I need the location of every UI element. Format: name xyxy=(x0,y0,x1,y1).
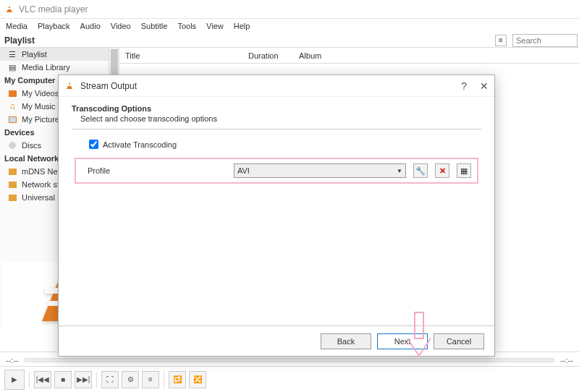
activate-transcoding-label: Activate Transcoding xyxy=(103,140,177,149)
sidebar-item-label: My Music xyxy=(22,102,55,111)
sidebar-item-label: Media Library xyxy=(22,63,70,72)
search-input[interactable] xyxy=(512,34,578,47)
playlist-heading: Playlist xyxy=(0,35,119,46)
menu-playback[interactable]: Playback xyxy=(38,22,70,30)
sidebar-item-label: My Pictures xyxy=(22,115,63,124)
loop-button[interactable]: 🔁 xyxy=(169,371,186,388)
sidebar-item-media-library[interactable]: ▤ Media Library xyxy=(0,61,119,74)
menu-view[interactable]: View xyxy=(206,22,224,30)
section-title: Transcoding Options xyxy=(72,104,481,113)
extended-settings-button[interactable]: ⚙ xyxy=(122,371,139,388)
play-button[interactable]: ▶ xyxy=(4,370,25,390)
help-icon[interactable]: ? xyxy=(461,80,467,92)
dialog-title: Stream Output xyxy=(80,81,137,91)
col-duration[interactable]: Duration xyxy=(242,51,293,60)
sidebar-item-label: My Videos xyxy=(22,89,59,98)
playback-controls: ▶ |◀◀ ■ ▶▶| ⛶ ⚙ ≡ 🔁 🔀 xyxy=(0,366,579,392)
fullscreen-button[interactable]: ⛶ xyxy=(101,371,119,388)
music-icon: ♫ xyxy=(7,101,17,111)
back-button[interactable]: Back xyxy=(321,333,371,349)
separator xyxy=(164,372,164,388)
edit-profile-button[interactable]: 🔧 xyxy=(413,163,428,178)
profile-combobox[interactable]: AVI ▼ xyxy=(234,163,406,178)
playlist-toggle-button[interactable]: ≡ xyxy=(142,371,159,388)
sidebar-item-label: Playlist xyxy=(22,50,47,59)
network-icon xyxy=(7,192,17,203)
network-icon xyxy=(7,166,17,176)
chevron-down-icon: ▼ xyxy=(397,168,402,174)
cancel-button[interactable]: Cancel xyxy=(434,333,484,349)
delete-profile-button[interactable]: ✕ xyxy=(435,163,449,178)
dialog-body: Transcoding Options Select and choose tr… xyxy=(59,97,494,325)
time-elapsed: --:-- xyxy=(6,356,19,365)
playlist-header-row: Playlist ≡ xyxy=(0,33,579,48)
col-album[interactable]: Album xyxy=(293,51,327,60)
activate-transcoding-checkbox[interactable] xyxy=(89,140,98,149)
seek-bar[interactable] xyxy=(25,358,555,362)
vlc-cone-icon xyxy=(4,4,14,14)
menu-media[interactable]: Media xyxy=(6,22,28,30)
divider xyxy=(72,129,481,129)
menu-subtitle[interactable]: Subtitle xyxy=(141,22,168,30)
video-icon xyxy=(7,88,17,98)
section-subtitle: Select and choose transcoding options xyxy=(80,114,481,123)
close-icon[interactable]: ✕ xyxy=(480,80,489,92)
menu-tools[interactable]: Tools xyxy=(177,22,196,30)
network-icon xyxy=(7,179,17,189)
playlist-columns: Title Duration Album xyxy=(119,48,579,64)
stop-button[interactable]: ■ xyxy=(54,371,72,388)
menu-audio[interactable]: Audio xyxy=(80,22,101,30)
menubar: Media Playback Audio Video Subtitle Tool… xyxy=(0,19,579,33)
stream-output-dialog: Stream Output ? ✕ Transcoding Options Se… xyxy=(58,74,495,357)
library-icon: ▤ xyxy=(7,62,17,72)
activate-transcoding-row: Activate Transcoding xyxy=(89,140,481,149)
vlc-cone-icon xyxy=(64,81,75,91)
window-titlebar: VLC media player xyxy=(0,0,579,19)
prev-button[interactable]: |◀◀ xyxy=(34,371,51,388)
separator xyxy=(96,372,97,388)
time-total: --:-- xyxy=(560,356,573,365)
disc-icon xyxy=(7,140,17,150)
playlist-icon: ☰ xyxy=(7,49,17,59)
picture-icon xyxy=(7,114,17,124)
new-profile-button[interactable]: ▦ xyxy=(457,163,471,178)
dialog-titlebar: Stream Output ? ✕ xyxy=(59,75,494,97)
next-button[interactable]: ▶▶| xyxy=(75,371,92,388)
col-title[interactable]: Title xyxy=(119,51,242,60)
shuffle-button[interactable]: 🔀 xyxy=(189,371,206,388)
annotation-arrow-icon xyxy=(405,311,434,362)
window-title: VLC media player xyxy=(19,4,88,14)
menu-video[interactable]: Video xyxy=(111,22,131,30)
profile-label: Profile xyxy=(82,166,227,175)
view-toggle-icon[interactable]: ≡ xyxy=(495,35,507,46)
svg-rect-0 xyxy=(415,312,423,338)
menu-help[interactable]: Help xyxy=(234,22,250,30)
sidebar-item-label: Discs xyxy=(22,141,41,150)
profile-value: AVI xyxy=(237,166,250,175)
separator xyxy=(29,372,30,388)
sidebar-item-playlist[interactable]: ☰ Playlist xyxy=(0,48,119,61)
profile-row-highlight: Profile AVI ▼ 🔧 ✕ ▦ xyxy=(75,158,478,184)
